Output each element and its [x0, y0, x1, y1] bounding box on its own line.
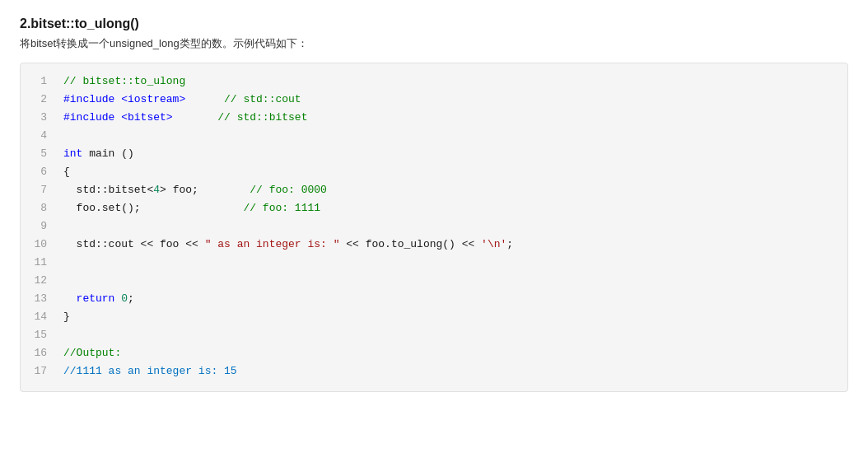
line-number: 17	[21, 363, 47, 381]
line-number: 16	[21, 345, 47, 362]
line-number: 9	[21, 218, 47, 236]
line-number: 12	[21, 273, 47, 290]
line-number: 2	[21, 91, 47, 109]
line-content: std::bitset<4> foo; // foo: 0000	[63, 182, 834, 199]
line-content: foo.set(); // foo: 1111	[63, 200, 834, 217]
code-line: 5int main ()	[21, 146, 847, 164]
code-line: 12	[21, 273, 847, 291]
line-number: 13	[21, 291, 47, 308]
line-number: 8	[21, 200, 47, 217]
description: 将bitset转换成一个unsigned_long类型的数。示例代码如下：	[20, 36, 848, 51]
line-content: #include <bitset> // std::bitset	[63, 110, 834, 127]
code-block: 1// bitset::to_ulong2#include <iostream>…	[20, 63, 848, 392]
line-content: //Output:	[63, 345, 834, 362]
line-content: {	[63, 164, 834, 181]
line-content: return 0;	[63, 291, 834, 308]
code-line: 3#include <bitset> // std::bitset	[21, 110, 847, 128]
line-number: 14	[21, 309, 47, 326]
code-line: 8 foo.set(); // foo: 1111	[21, 200, 847, 218]
code-line: 9	[21, 218, 847, 236]
line-number: 11	[21, 255, 47, 272]
code-line: 7 std::bitset<4> foo; // foo: 0000	[21, 182, 847, 200]
line-content: // bitset::to_ulong	[63, 73, 834, 91]
line-content: std::cout << foo << " as an integer is: …	[63, 236, 834, 254]
line-content: //1111 as an integer is: 15	[63, 363, 834, 381]
line-number: 4	[21, 128, 47, 145]
line-number: 3	[21, 110, 47, 127]
code-line: 17//1111 as an integer is: 15	[21, 363, 847, 381]
line-content: }	[63, 309, 834, 326]
code-line: 10 std::cout << foo << " as an integer i…	[21, 236, 847, 255]
code-line: 14}	[21, 309, 847, 327]
line-number: 5	[21, 146, 47, 163]
code-line: 6{	[21, 164, 847, 182]
code-line: 4	[21, 128, 847, 146]
line-number: 7	[21, 182, 47, 199]
line-content: int main ()	[63, 146, 834, 163]
code-line: 11	[21, 255, 847, 273]
line-number: 1	[21, 73, 47, 91]
code-line: 13 return 0;	[21, 291, 847, 309]
code-line: 2#include <iostream> // std::cout	[21, 91, 847, 110]
code-line: 16//Output:	[21, 345, 847, 363]
line-content: #include <iostream> // std::cout	[63, 91, 834, 109]
line-number: 6	[21, 164, 47, 181]
line-number: 15	[21, 327, 47, 344]
code-line: 15	[21, 327, 847, 345]
code-line: 1// bitset::to_ulong	[21, 73, 847, 91]
line-number: 10	[21, 236, 47, 254]
page-title: 2.bitset::to_ulong()	[20, 16, 848, 31]
